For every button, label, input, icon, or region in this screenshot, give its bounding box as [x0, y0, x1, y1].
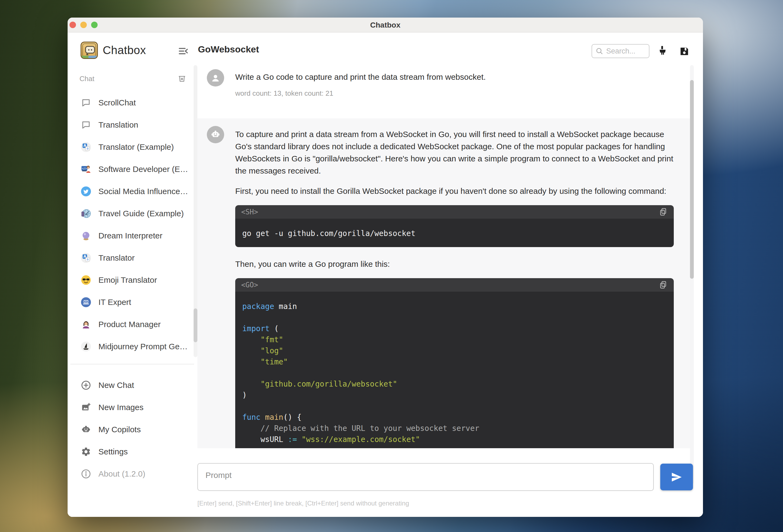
assistant-robot-avatar	[207, 126, 224, 143]
sidebar-item-emoji-translator[interactable]: Emoji Translator	[74, 269, 188, 291]
clean-brush-icon[interactable]	[656, 45, 668, 58]
chatbox-logo-icon	[81, 42, 98, 59]
window-titlebar[interactable]: Chatbox	[68, 18, 703, 32]
composer-hint: [Enter] send, [Shift+Enter] line break, …	[197, 500, 703, 507]
save-icon[interactable]	[679, 46, 689, 57]
svg-text:a: a	[87, 147, 88, 150]
sidebar-scrollbar-thumb[interactable]	[194, 308, 197, 342]
user-message-text: Write a Go code to capture and print the…	[235, 69, 674, 83]
app-name: Chatbox	[103, 44, 146, 57]
main-header: GoWebsocket	[197, 33, 703, 65]
sidebar-item-translator-example[interactable]: Aa Translator (Example)	[74, 136, 188, 158]
chat-bubble-icon	[81, 97, 91, 108]
code-language-label: <SH>	[241, 208, 258, 216]
code-block-sh: <SH> go get -u github.com/gorilla/websoc…	[235, 205, 674, 247]
chat-item-label: ScrollChat	[98, 98, 136, 107]
sidebar: Chatbox Chat	[68, 33, 197, 517]
sidebar-item-travel-guide[interactable]: Travel Guide (Example)	[74, 202, 188, 225]
sidebar-bottom-nav: New Chat New Images My Copilots	[74, 374, 188, 485]
my-copilots-button[interactable]: My Copilots	[74, 418, 188, 441]
chat-item-label: Translator	[98, 253, 135, 262]
copy-code-icon[interactable]	[659, 207, 668, 217]
sidebar-item-software-developer[interactable]: </> Software Developer (E…	[74, 158, 188, 180]
send-button[interactable]	[660, 464, 693, 490]
developer-icon: </>	[81, 164, 91, 175]
chat-item-label: Product Manager	[98, 320, 161, 329]
gear-icon	[81, 446, 91, 457]
chat-item-label: Software Developer (E…	[98, 165, 188, 174]
sailboat-icon	[81, 341, 91, 352]
chat-message-area[interactable]: Write a Go code to capture and print the…	[197, 65, 690, 448]
prompt-input[interactable]	[197, 463, 654, 491]
twitter-bird-icon	[81, 186, 91, 197]
chat-item-label: Midjourney Prompt Ge…	[98, 342, 188, 351]
sidebar-scrollbar[interactable]	[194, 65, 197, 357]
search-input[interactable]	[606, 47, 641, 55]
composer: [Enter] send, [Shift+Enter] line break, …	[197, 463, 703, 507]
chat-item-label: Social Media Influencer…	[98, 187, 188, 196]
code-body[interactable]: package main import ( "fmt" "log" "time"…	[235, 292, 674, 448]
conversation-title: GoWebsocket	[198, 44, 259, 55]
user-message-meta: word count: 13, token count: 21	[235, 89, 674, 98]
clear-conversations-icon[interactable]	[177, 74, 187, 83]
nav-item-label: My Copilots	[98, 425, 141, 434]
code-block-header: <SH>	[235, 205, 674, 219]
nav-item-label: New Chat	[98, 381, 134, 390]
sidebar-item-scrollchat[interactable]: ScrollChat	[74, 92, 188, 114]
about-button[interactable]: About (1.2.0)	[74, 463, 188, 485]
nav-item-label: New Images	[98, 403, 144, 412]
nav-item-label: Settings	[98, 447, 128, 456]
assistant-paragraph-3: Then, you can write a Go program like th…	[235, 258, 674, 270]
sidebar-item-dream-interpreter[interactable]: Dream Interpreter	[74, 225, 188, 247]
code-language-label: <GO>	[241, 281, 258, 289]
sidebar-item-midjourney-prompt[interactable]: Midjourney Prompt Ge…	[74, 336, 188, 357]
code-body[interactable]: go get -u github.com/gorilla/websocket	[235, 219, 674, 247]
main-pane: GoWebsocket	[197, 33, 703, 517]
user-avatar	[207, 69, 224, 87]
search-icon	[595, 47, 603, 55]
assistant-message: To capture and print a data stream from …	[197, 118, 690, 448]
send-icon	[670, 471, 683, 483]
new-images-button[interactable]: New Images	[74, 396, 188, 418]
chat-item-label: IT Expert	[98, 298, 131, 307]
sidebar-item-social-media-influencer[interactable]: Social Media Influencer…	[74, 180, 188, 202]
code-block-go: <GO> package main import ( "fmt" "log" "…	[235, 278, 674, 448]
app-body: Chatbox Chat	[68, 33, 703, 517]
chat-item-label: Translation	[98, 120, 138, 129]
chat-item-label: Dream Interpreter	[98, 231, 162, 240]
window-title: Chatbox	[68, 18, 703, 32]
svg-text:a: a	[87, 257, 88, 261]
collapse-sidebar-icon[interactable]	[178, 46, 189, 56]
crystal-ball-icon	[81, 230, 91, 241]
svg-text:</>: </>	[82, 167, 87, 170]
travel-globe-icon	[81, 208, 91, 219]
chatbox-window: Chatbox Chatbox Chat	[68, 18, 703, 517]
sidebar-item-it-expert[interactable]: IT Expert	[74, 291, 188, 313]
sidebar-item-translation[interactable]: Translation	[74, 114, 188, 136]
new-chat-button[interactable]: New Chat	[74, 374, 188, 396]
chat-item-label: Travel Guide (Example)	[98, 209, 184, 218]
code-block-header: <GO>	[235, 278, 674, 292]
sunglasses-emoji-icon	[81, 275, 91, 285]
chat-scrollbar-thumb[interactable]	[690, 80, 694, 279]
chat-list: ScrollChat Translation Aa Translator (Ex…	[74, 92, 188, 357]
user-message: Write a Go code to capture and print the…	[197, 65, 690, 118]
chat-section-label: Chat	[80, 74, 94, 83]
desktop-wallpaper: Chatbox Chatbox Chat	[0, 0, 783, 532]
plus-circle-icon	[81, 380, 91, 390]
chat-item-label: Translator (Example)	[98, 143, 174, 152]
copy-code-icon[interactable]	[659, 280, 668, 289]
robot-icon	[81, 424, 91, 435]
info-circle-icon	[81, 468, 91, 479]
laptop-badge-icon	[81, 297, 91, 308]
sidebar-item-product-manager[interactable]: Product Manager	[74, 313, 188, 336]
settings-button[interactable]: Settings	[74, 441, 188, 463]
chat-item-label: Emoji Translator	[98, 276, 157, 285]
sidebar-item-translator[interactable]: Aa Translator	[74, 247, 188, 269]
search-box[interactable]	[592, 44, 650, 58]
assistant-paragraph-2: First, you need to install the Gorilla W…	[235, 185, 674, 197]
image-plus-icon	[81, 402, 91, 413]
chat-scrollbar[interactable]	[690, 65, 694, 484]
woman-avatar-icon	[81, 319, 91, 330]
assistant-paragraph-1: To capture and print a data stream from …	[235, 128, 674, 177]
